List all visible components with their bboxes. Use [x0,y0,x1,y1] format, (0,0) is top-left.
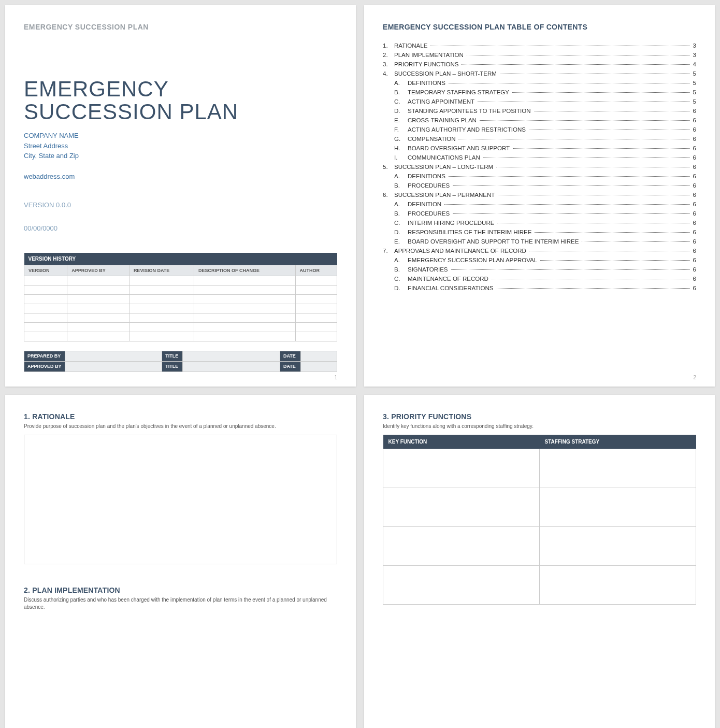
toc-number: D. [394,108,408,114]
kf-header-row: KEY FUNCTION STAFFING STRATEGY [383,435,696,449]
toc-number: A. [394,80,408,86]
toc-entry: A.DEFINITION6 [383,201,696,207]
toc-page: 6 [691,248,696,254]
toc-label: DEFINITIONS [408,173,448,179]
toc-page: 6 [691,201,696,207]
toc-number: 4. [383,70,394,77]
toc-entry: A.DEFINITIONS6 [383,173,696,179]
toc-page: 6 [691,145,696,151]
toc-entry: B.PROCEDURES6 [383,210,696,217]
kf-row [383,449,696,488]
date-label: DATE [280,351,301,361]
toc-label: PRIORITY FUNCTIONS [394,61,460,67]
toc-dots [449,176,690,177]
toc-page: 6 [691,266,696,273]
title-line-1: EMERGENCY [24,77,169,101]
toc-entry: H.BOARD OVERSIGHT AND SUPPORT6 [383,145,696,151]
toc-dots [498,195,689,195]
toc-entry: D.STANDING APPOINTEES TO THE POSITION6 [383,108,696,114]
toc-dots [513,148,690,149]
vh-col-version: VERSION [24,265,67,276]
toc-page: 5 [691,70,696,77]
toc-label: FINANCIAL CONSIDERATIONS [408,285,496,291]
toc-entry: B.TEMPORARY STAFFING STRATEGY5 [383,89,696,95]
toc-page: 6 [691,108,696,114]
toc-number: C. [394,220,408,226]
toc-label: PROCEDURES [408,210,452,217]
title-label: TITLE [162,351,183,361]
toc-dots [444,204,689,205]
toc-entry: 2.PLAN IMPLEMENTATION3 [383,52,696,58]
version-line: VERSION 0.0.0 [24,201,337,209]
toc-number: E. [394,238,408,245]
toc-number: F. [394,126,408,133]
toc-dots [534,111,690,111]
toc-number: 3. [383,61,394,67]
page-1: EMERGENCY SUCCESSION PLAN EMERGENCY SUCC… [5,5,356,387]
toc-entry: A.DEFINITIONS5 [383,80,696,86]
toc-entry: E.BOARD OVERSIGHT AND SUPPORT TO THE INT… [383,238,696,245]
city-state: City, State and Zip [24,151,337,161]
vh-row [24,294,337,304]
toc-number: G. [394,136,408,142]
toc-label: CROSS-TRAINING PLAN [408,117,479,123]
sec-3-desc: Identify key functions along with a corr… [383,423,696,430]
approved-by-label: APPROVED BY [24,361,65,372]
sec-1-desc: Provide purpose of succession plan and t… [24,423,337,430]
toc-dots [453,213,689,214]
toc-entry: G.COMPENSATION6 [383,136,696,142]
kf-row [383,527,696,566]
title-label: TITLE [162,361,183,372]
kf-col-strategy: STAFFING STRATEGY [540,435,696,449]
toc-number: 1. [383,42,394,49]
vh-row [24,313,337,322]
toc-label: STANDING APPOINTEES TO THE POSITION [408,108,533,114]
toc-number: I. [394,154,408,161]
kf-row [383,566,696,605]
toc-number: 2. [383,52,394,58]
toc-entry: C.INTERIM HIRING PROCEDURE6 [383,220,696,226]
toc-page: 6 [691,154,696,161]
sec-2-heading: 2. PLAN IMPLEMENTATION [24,586,337,594]
toc-dots [478,102,690,102]
prepared-by-label: PREPARED BY [24,351,65,361]
sec-1-heading: 1. RATIONALE [24,412,337,421]
toc-entry: I.COMMUNICATIONS PLAN6 [383,154,696,161]
toc-list: 1.RATIONALE32.PLAN IMPLEMENTATION33.PRIO… [383,42,696,294]
toc-dots [458,139,689,139]
date-line: 00/00/0000 [24,224,337,232]
page-4: 3. PRIORITY FUNCTIONS Identify key funct… [364,395,715,728]
toc-entry: B.SIGNATORIES6 [383,266,696,273]
toc-label: INTERIM HIRING PROCEDURE [408,220,496,226]
toc-label: TEMPORARY STAFFING STRATEGY [408,89,511,95]
toc-page: 6 [691,210,696,217]
toc-label: MAINTENANCE OF RECORD [408,276,491,282]
toc-entry: E.CROSS-TRAINING PLAN6 [383,117,696,123]
toc-entry: 6.SUCCESSION PLAN – PERMANENT6 [383,192,696,198]
toc-dots [496,167,690,167]
toc-dots [529,251,690,251]
page-number: 1 [334,375,337,380]
signoff-row: PREPARED BY TITLE DATE [24,351,337,361]
toc-label: COMMUNICATIONS PLAN [408,154,482,161]
toc-number: 5. [383,164,394,170]
toc-entry: 1.RATIONALE3 [383,42,696,49]
page-number: 2 [693,375,696,380]
toc-entry: B.PROCEDURES6 [383,182,696,189]
toc-number: B. [394,210,408,217]
toc-dots [497,223,689,223]
toc-page: 4 [691,61,696,67]
toc-dots [582,241,689,242]
toc-number: 7. [383,248,394,254]
toc-number: H. [394,145,408,151]
vh-col-approved: APPROVED BY [67,265,129,276]
toc-label: SUCCESSION PLAN – PERMANENT [394,192,497,198]
doc-header: EMERGENCY SUCCESSION PLAN [24,23,337,31]
toc-number: A. [394,173,408,179]
vh-row [24,332,337,341]
vh-row [24,304,337,313]
company-block: COMPANY NAME Street Address City, State … [24,131,337,161]
toc-page: 6 [691,285,696,291]
toc-dots [480,120,690,121]
rationale-box [24,435,337,564]
